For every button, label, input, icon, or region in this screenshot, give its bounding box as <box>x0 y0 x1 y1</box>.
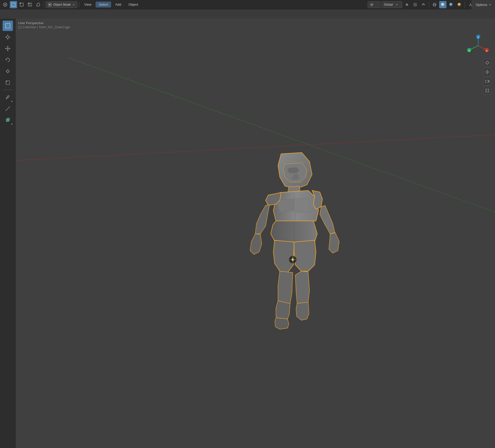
select-box-btn[interactable] <box>10 1 17 8</box>
svg-rect-104 <box>489 89 489 89</box>
tool-sub-dot <box>11 101 12 102</box>
svg-rect-7 <box>30 5 32 7</box>
svg-marker-96 <box>487 70 488 71</box>
tweak-tool-btn[interactable] <box>2 1 9 8</box>
character-mesh <box>240 149 343 360</box>
svg-rect-32 <box>7 70 9 72</box>
menu-add[interactable]: Add <box>112 2 124 7</box>
tool-measure[interactable] <box>3 103 13 114</box>
svg-line-46 <box>119 161 222 199</box>
svg-line-42 <box>7 109 7 109</box>
svg-text:Z: Z <box>477 36 479 39</box>
tool-cursor[interactable] <box>3 32 13 42</box>
tool-sub-dot-2 <box>11 124 12 125</box>
svg-rect-103 <box>485 89 486 89</box>
svg-marker-69 <box>276 301 290 320</box>
svg-point-19 <box>449 3 453 6</box>
svg-marker-70 <box>275 318 289 329</box>
pan-btn[interactable] <box>483 68 491 76</box>
perspective-label: User Perspective <box>18 21 70 25</box>
svg-rect-1 <box>12 3 15 6</box>
svg-marker-58 <box>294 198 311 213</box>
svg-point-14 <box>415 4 416 5</box>
svg-rect-6 <box>28 5 30 7</box>
svg-point-80 <box>292 259 293 260</box>
svg-marker-61 <box>250 234 262 254</box>
select-lasso-btn[interactable] <box>26 1 34 8</box>
svg-marker-60 <box>255 205 269 234</box>
svg-rect-100 <box>485 80 489 82</box>
svg-point-91 <box>486 61 489 64</box>
svg-point-9 <box>49 4 51 5</box>
svg-rect-3 <box>20 3 21 4</box>
svg-line-48 <box>93 168 209 194</box>
svg-marker-98 <box>485 71 486 73</box>
svg-marker-99 <box>489 71 489 73</box>
transform-orientation-dropdown[interactable]: Global <box>382 1 402 8</box>
svg-marker-72 <box>295 271 310 306</box>
svg-point-18 <box>441 3 445 6</box>
mode-label: Object Mode <box>53 3 71 6</box>
tool-add-object[interactable] <box>3 115 13 125</box>
tool-rotate[interactable] <box>3 55 13 65</box>
menu-view[interactable]: View <box>81 2 95 7</box>
separator-4 <box>465 2 465 7</box>
svg-point-25 <box>6 36 9 38</box>
menu-select[interactable]: Select <box>96 2 111 7</box>
transform-pivot-dropdown[interactable] <box>368 1 381 8</box>
tool-select-box[interactable] <box>3 21 13 31</box>
svg-line-47 <box>171 161 235 204</box>
camera-view-btn[interactable] <box>483 77 491 85</box>
viewport[interactable]: User Perspective (1) Collection | Tshirt… <box>16 19 495 448</box>
zoom-extent-btn[interactable] <box>483 59 491 67</box>
svg-point-20 <box>458 3 461 6</box>
tool-move[interactable] <box>3 43 13 54</box>
mode-dropdown[interactable]: Object Mode <box>46 1 77 8</box>
collection-label: (1) Collection | Tshirt_001_OuterCage <box>18 26 70 29</box>
svg-rect-38 <box>6 81 7 82</box>
svg-rect-106 <box>489 92 489 92</box>
tool-transform[interactable] <box>3 77 13 88</box>
viewport-solid-btn[interactable] <box>439 1 446 8</box>
svg-marker-97 <box>487 73 488 74</box>
transform-gizmo <box>289 256 296 263</box>
svg-marker-73 <box>296 302 309 320</box>
svg-rect-105 <box>485 92 486 92</box>
svg-marker-68 <box>278 271 293 306</box>
svg-rect-24 <box>5 23 10 28</box>
options-btn[interactable]: Options <box>472 0 495 9</box>
svg-rect-102 <box>486 89 489 92</box>
proportional-edit-btn[interactable] <box>412 1 419 8</box>
select-lasso2-btn[interactable] <box>35 1 42 8</box>
top-toolbar: Object Mode View Select Add Object Globa… <box>0 0 495 9</box>
svg-marker-71 <box>294 240 316 271</box>
viewport-material-btn[interactable] <box>447 1 455 8</box>
snap-toggle-btn[interactable] <box>403 1 411 8</box>
viewport-rendered-btn[interactable] <box>456 1 463 8</box>
select-circle-btn[interactable] <box>18 1 25 8</box>
toolbar-right: Global <box>368 1 493 8</box>
svg-marker-64 <box>329 233 339 253</box>
right-gizmos <box>483 59 491 95</box>
viewport-wire-btn[interactable] <box>431 1 438 8</box>
svg-marker-63 <box>320 205 335 234</box>
tool-scale[interactable] <box>3 66 13 76</box>
axis-gizmo[interactable]: Z X Y <box>467 34 490 57</box>
svg-line-49 <box>145 148 248 189</box>
separator-2 <box>79 2 79 7</box>
svg-text:X: X <box>486 50 488 52</box>
svg-line-39 <box>6 107 10 110</box>
svg-rect-4 <box>28 3 30 4</box>
tool-annotate[interactable] <box>3 92 13 102</box>
separator-3 <box>429 2 429 7</box>
persp-ortho-btn[interactable] <box>483 86 491 95</box>
separator-1 <box>44 2 44 7</box>
svg-point-11 <box>371 4 372 5</box>
svg-rect-43 <box>6 119 9 122</box>
tool-separator <box>3 90 12 90</box>
viewport-info: User Perspective (1) Collection | Tshirt… <box>18 21 70 29</box>
menu-object[interactable]: Object <box>125 2 141 7</box>
transform-snap-btn[interactable] <box>420 1 427 8</box>
svg-rect-5 <box>30 3 32 4</box>
svg-text:Y: Y <box>468 50 470 52</box>
